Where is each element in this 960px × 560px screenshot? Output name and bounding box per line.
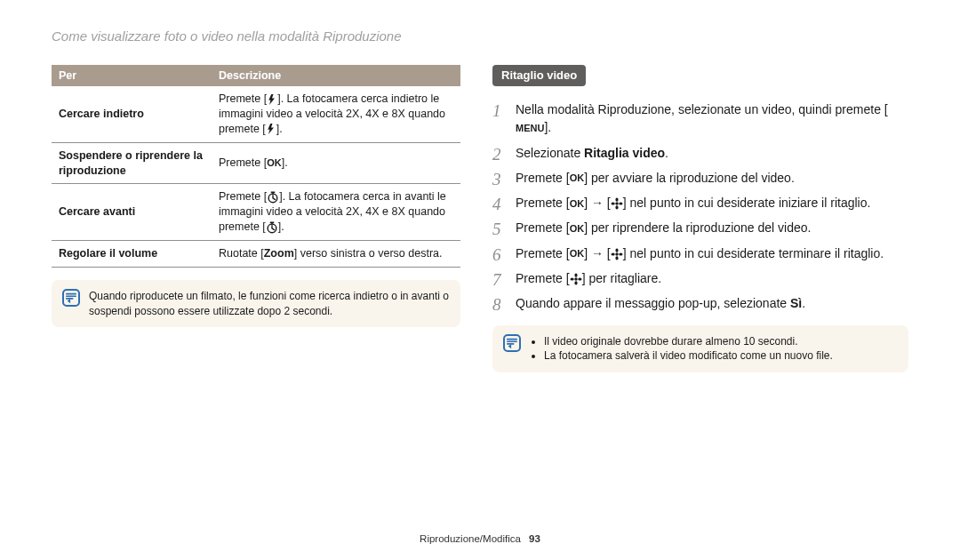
th-per: Per xyxy=(52,65,212,86)
row-desc: Premete [OK]. xyxy=(212,142,460,184)
flower-icon xyxy=(611,197,623,210)
row-desc: Premete []. La fotocamera cerca in avant… xyxy=(212,184,460,241)
step-5: Premete [OK] per riprendere la riproduzi… xyxy=(492,219,908,236)
breadcrumb: Come visualizzare foto o video nella mod… xyxy=(52,28,908,44)
flower-icon xyxy=(611,248,623,260)
footer: Riproduzione/Modifica 93 xyxy=(0,533,960,544)
step-4: Premete [OK] → [] nel punto in cui desid… xyxy=(492,194,908,212)
step-2: Selezionate Ritaglia video. xyxy=(492,144,908,162)
note-bullet: Il video originale dovrebbe durare almen… xyxy=(544,334,833,349)
row-per: Cercare indietro xyxy=(52,86,212,142)
row-per: Cercare avanti xyxy=(52,184,212,241)
note-text: Quando riproducete un filmato, le funzio… xyxy=(89,289,450,319)
row-per: Sospendere o riprendere la riproduzione xyxy=(52,142,212,184)
timer-icon xyxy=(267,191,279,204)
menu-icon: MENU xyxy=(516,122,544,136)
ok-icon: OK xyxy=(267,156,282,170)
flower-icon xyxy=(570,273,582,285)
table-row: Sospendere o riprendere la riproduzione … xyxy=(52,142,460,184)
ok-icon: OK xyxy=(570,197,585,212)
note-icon xyxy=(503,334,521,352)
flash-icon xyxy=(266,123,276,135)
row-desc: Premete []. La fotocamera cerca indietro… xyxy=(212,86,460,142)
row-per: Regolare il volume xyxy=(52,241,212,268)
controls-table: Per Descrizione Cercare indietro Premete… xyxy=(52,65,460,268)
table-row: Regolare il volume Ruotate [Zoom] verso … xyxy=(52,241,460,268)
ok-icon: OK xyxy=(570,172,585,186)
zoom-label: Zoom xyxy=(264,247,294,260)
flash-icon xyxy=(267,93,277,106)
step-1: Nella modalità Riproduzione, selezionate… xyxy=(492,100,908,137)
note-bullet: La fotocamera salverà il video modificat… xyxy=(544,348,833,364)
steps-list: Nella modalità Riproduzione, selezionate… xyxy=(492,100,908,313)
note-icon xyxy=(62,289,80,307)
note-left: Quando riproducete un filmato, le funzio… xyxy=(52,280,460,328)
timer-icon xyxy=(266,221,278,234)
step-7: Premete [] per ritagliare. xyxy=(492,269,908,287)
row-desc: Ruotate [Zoom] verso sinistra o verso de… xyxy=(212,241,460,268)
step-3: Premete [OK] per avviare la riproduzione… xyxy=(492,169,908,187)
step-6: Premete [OK] → [] nel punto in cui desid… xyxy=(492,244,908,262)
ok-icon: OK xyxy=(570,222,585,236)
table-row: Cercare avanti Premete []. La fotocamera… xyxy=(52,184,460,241)
table-row: Cercare indietro Premete []. La fotocame… xyxy=(52,86,460,142)
th-desc: Descrizione xyxy=(212,65,460,86)
step-8: Quando appare il messaggio pop-up, selez… xyxy=(492,294,908,312)
note-right: Il video originale dovrebbe durare almen… xyxy=(492,325,908,373)
section-pill: Ritaglio video xyxy=(492,65,586,86)
footer-section: Riproduzione/Modifica xyxy=(420,533,521,544)
page-number: 93 xyxy=(529,533,540,544)
ok-icon: OK xyxy=(570,247,585,261)
